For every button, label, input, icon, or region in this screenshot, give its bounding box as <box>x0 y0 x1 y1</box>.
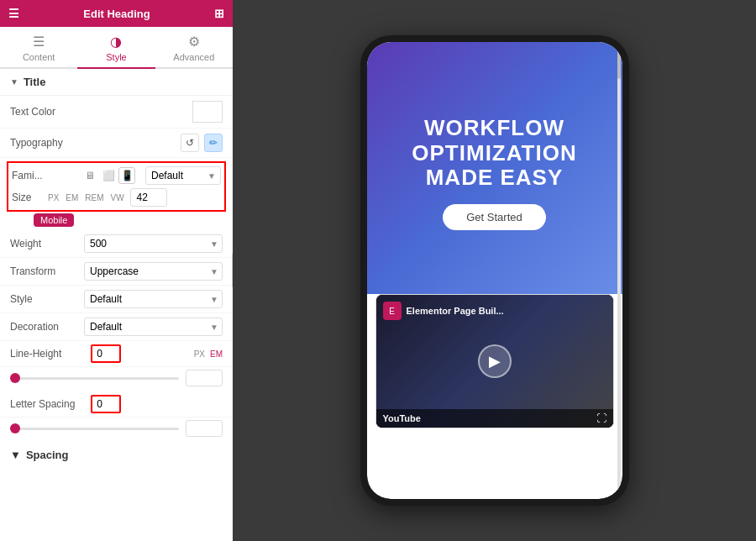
tab-content-label: Content <box>23 52 55 62</box>
grid-icon[interactable]: ⊞ <box>214 7 224 20</box>
video-channel-icon: E <box>383 302 402 320</box>
typography-reset-btn[interactable]: ↺ <box>181 134 199 152</box>
hero-section: WORKFLOW OPTIMIZATION MADE EASY Get Star… <box>367 42 622 294</box>
video-card: E Elementor Page Buil... ▶ YouTube ⛶ <box>375 294 614 428</box>
tab-style[interactable]: ◑ Style <box>77 27 155 69</box>
line-height-slider-row <box>0 367 233 391</box>
letter-spacing-slider-input[interactable] <box>186 420 223 437</box>
unit-rem-btn[interactable]: REM <box>82 192 106 203</box>
family-row: Fami... 🖥 ⬜ 📱 Default ▼ <box>12 166 221 185</box>
text-color-value <box>86 101 223 123</box>
line-height-em-unit[interactable]: EM <box>210 349 223 359</box>
device-icons: 🖥 ⬜ 📱 <box>81 167 135 184</box>
family-label: Fami... <box>12 170 43 181</box>
letter-spacing-row: Letter Spacing <box>0 391 233 418</box>
family-size-block: Fami... 🖥 ⬜ 📱 Default ▼ Size <box>12 166 221 207</box>
advanced-tab-icon: ⚙ <box>188 34 200 50</box>
panel-body: ▼ Title Text Color Typography ↺ ✏ Fami..… <box>0 69 233 541</box>
tab-advanced-label: Advanced <box>173 52 214 62</box>
video-play-button[interactable]: ▶ <box>478 344 512 378</box>
text-color-swatch[interactable] <box>192 101 223 123</box>
panel-title: Edit Heading <box>19 8 214 20</box>
mobile-tooltip-badge: Mobile <box>34 213 74 227</box>
style-select-wrap: DefaultNormalItalicOblique ▼ <box>84 290 223 308</box>
collapse-panel-btn[interactable]: › <box>232 254 233 287</box>
line-height-slider[interactable] <box>10 377 179 380</box>
channel-letter: E <box>389 307 395 316</box>
line-height-slider-input[interactable] <box>186 370 223 386</box>
line-height-input[interactable] <box>94 346 118 361</box>
left-panel: ☰ Edit Heading ⊞ ☰ Content ◑ Style ⚙ Adv… <box>0 0 233 541</box>
letter-spacing-label: Letter Spacing <box>10 398 86 410</box>
line-height-label: Line-Height <box>10 348 86 360</box>
text-color-row: Text Color <box>0 96 233 129</box>
weight-label: Weight <box>10 238 77 249</box>
content-tab-icon: ☰ <box>33 34 45 50</box>
panel-header: ☰ Edit Heading ⊞ <box>0 0 233 27</box>
letter-spacing-input-box <box>91 395 121 413</box>
tablet-icon[interactable]: ⬜ <box>100 167 117 184</box>
font-family-select-wrap: Default ▼ <box>145 166 221 185</box>
tabs-row: ☰ Content ◑ Style ⚙ Advanced <box>0 27 233 69</box>
mobile-icon[interactable]: 📱 <box>118 167 135 184</box>
spacing-title: ▼ Spacing <box>10 449 223 461</box>
line-height-px-unit[interactable]: PX <box>194 349 205 359</box>
typography-row: Typography ↺ ✏ <box>0 129 233 158</box>
phone-scrollbar-thumb <box>617 45 621 79</box>
spacing-arrow-icon: ▼ <box>10 449 21 461</box>
style-label: Style <box>10 293 77 305</box>
decoration-select-wrap: DefaultNoneUnderlineOverlineLine Through… <box>84 318 223 336</box>
weight-select[interactable]: 100200300400 500600700800900 <box>84 234 223 253</box>
spacing-label: Spacing <box>26 449 69 461</box>
section-arrow-icon: ▼ <box>10 77 18 87</box>
typography-label: Typography <box>10 137 181 149</box>
section-title-label: Title <box>24 76 46 88</box>
unit-em-btn[interactable]: EM <box>63 192 81 203</box>
transform-row: Transform NoneCapitalizeUppercaseLowerca… <box>0 258 233 286</box>
transform-select-wrap: NoneCapitalizeUppercaseLowercase ▼ <box>84 262 223 281</box>
typography-icons: ↺ ✏ <box>181 134 223 152</box>
text-color-label: Text Color <box>10 106 86 118</box>
line-height-top: Line-Height PX EM <box>10 344 223 363</box>
desktop-icon[interactable]: 🖥 <box>81 167 98 184</box>
tab-content[interactable]: ☰ Content <box>0 27 77 69</box>
style-tab-icon: ◑ <box>110 34 122 50</box>
video-title-text: Elementor Page Buil... <box>407 306 504 316</box>
youtube-logo: YouTube <box>383 413 421 423</box>
letter-spacing-input[interactable] <box>94 397 118 412</box>
phone-mock: WORKFLOW OPTIMIZATION MADE EASY Get Star… <box>360 35 629 506</box>
weight-select-wrap: 100200300400 500600700800900 ▼ <box>84 234 223 253</box>
unit-px-btn[interactable]: PX <box>45 192 61 203</box>
style-select[interactable]: DefaultNormalItalicOblique <box>84 290 223 308</box>
spacing-section: ▼ Spacing <box>0 442 233 470</box>
decoration-select[interactable]: DefaultNoneUnderlineOverlineLine Through <box>84 318 223 336</box>
transform-label: Transform <box>10 265 77 277</box>
size-row: Size PX EM REM VW 42 <box>12 188 221 207</box>
decoration-row: Decoration DefaultNoneUnderlineOverlineL… <box>0 313 233 341</box>
line-height-row: Line-Height PX EM <box>0 341 233 367</box>
style-row: Style DefaultNormalItalicOblique ▼ <box>0 286 233 313</box>
tab-style-label: Style <box>106 52 126 62</box>
weight-row: Weight 100200300400 500600700800900 ▼ <box>0 230 233 258</box>
hero-cta-button[interactable]: Get Started <box>443 204 545 230</box>
hamburger-icon[interactable]: ☰ <box>8 7 19 20</box>
letter-spacing-top: Letter Spacing <box>10 395 223 413</box>
transform-select[interactable]: NoneCapitalizeUppercaseLowercase <box>84 262 223 281</box>
phone-scrollbar[interactable] <box>617 45 621 496</box>
video-overlay-title: E Elementor Page Buil... <box>383 302 606 320</box>
preview-area: WORKFLOW OPTIMIZATION MADE EASY Get Star… <box>233 0 756 541</box>
font-family-select[interactable]: Default <box>145 166 221 185</box>
line-height-units: PX EM <box>194 349 223 359</box>
unit-vw-btn[interactable]: VW <box>108 192 127 203</box>
unit-buttons: PX EM REM VW <box>45 192 127 203</box>
video-background: E Elementor Page Buil... ▶ YouTube ⛶ <box>376 295 613 428</box>
line-height-input-box <box>91 344 121 363</box>
tab-advanced[interactable]: ⚙ Advanced <box>155 27 233 69</box>
letter-spacing-slider[interactable] <box>10 428 179 430</box>
phone-screen: WORKFLOW OPTIMIZATION MADE EASY Get Star… <box>367 42 622 499</box>
fullscreen-icon[interactable]: ⛶ <box>596 412 606 424</box>
typography-edit-btn[interactable]: ✏ <box>204 134 223 152</box>
size-label: Size <box>12 192 42 203</box>
family-size-box: Fami... 🖥 ⬜ 📱 Default ▼ Size <box>7 161 226 212</box>
size-input[interactable]: 42 <box>130 188 167 207</box>
